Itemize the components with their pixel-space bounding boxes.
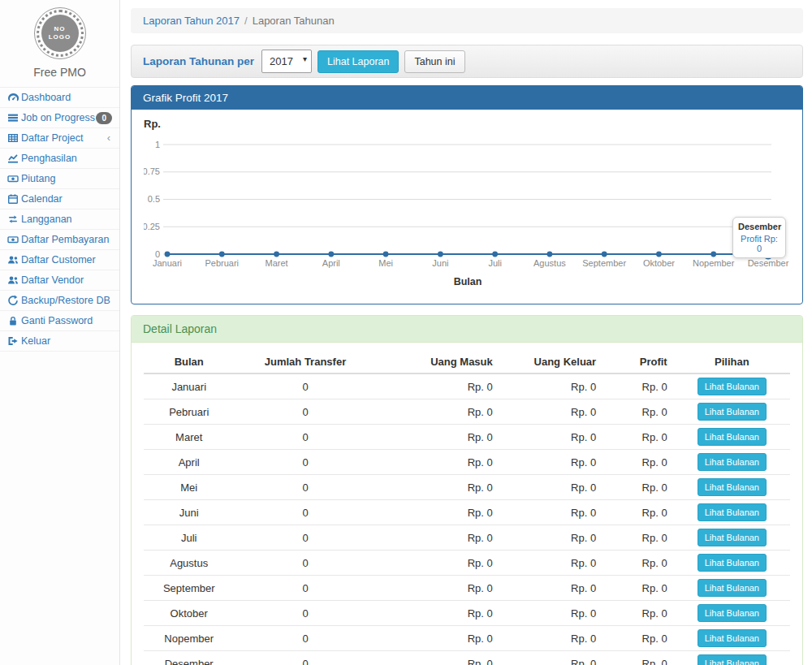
lihat-bulanan-button[interactable]: Lihat Bulanan	[698, 529, 767, 546]
table-cell: Rp. 0	[377, 500, 499, 525]
detail-laporan-title: Detail Laporan	[132, 316, 802, 343]
sidebar-item-ganti-password[interactable]: Ganti Password	[0, 311, 119, 331]
main-content: Laporan Tahun 2017/Laporan Tahunan Lapor…	[120, 0, 812, 665]
sidebar-item-label: Daftar Customer	[21, 253, 112, 266]
action-cell: Lihat Bulanan	[674, 500, 790, 525]
table-cell: 0	[234, 601, 376, 626]
svg-text:Pebruari: Pebruari	[205, 258, 239, 268]
sidebar-item-dashboard[interactable]: Dashboard	[0, 88, 119, 108]
table-row: Maret0Rp. 0Rp. 0Rp. 0Lihat Bulanan	[144, 425, 790, 450]
lihat-bulanan-button[interactable]: Lihat Bulanan	[698, 453, 767, 471]
svg-text:Bulan: Bulan	[454, 276, 482, 287]
action-cell: Lihat Bulanan	[674, 450, 790, 475]
svg-text:Mei: Mei	[378, 258, 393, 268]
sidebar-item-langganan[interactable]: Langganan	[0, 209, 119, 230]
action-cell: Lihat Bulanan	[674, 651, 790, 665]
lihat-bulanan-button[interactable]: Lihat Bulanan	[698, 554, 767, 572]
table-cell: Rp. 0	[377, 576, 499, 601]
sidebar-item-daftar-pembayaran[interactable]: Daftar Pembayaran	[0, 230, 119, 250]
action-cell: Lihat Bulanan	[674, 551, 790, 576]
table-cell: Januari	[144, 374, 234, 399]
money-icon	[7, 234, 19, 245]
lihat-bulanan-button[interactable]: Lihat Bulanan	[698, 503, 767, 521]
table-cell: 0	[234, 374, 376, 399]
table-cell: 0	[234, 551, 376, 576]
svg-text:April: April	[322, 258, 340, 268]
svg-text:Oktober: Oktober	[643, 258, 675, 268]
table-row: Nopember0Rp. 0Rp. 0Rp. 0Lihat Bulanan	[144, 626, 790, 651]
year-select-wrap: 2017	[261, 50, 312, 73]
profit-chart-body: Rp. 00.250.50.751JanuariPebruariMaretApr…	[132, 110, 802, 304]
svg-text:0.5: 0.5	[148, 194, 160, 204]
table-cell: 0	[234, 500, 376, 525]
table-cell: 0	[234, 576, 376, 601]
sidebar-item-backup-restore-db[interactable]: Backup/Restore DB	[0, 291, 119, 311]
breadcrumb-link-laporan-tahun[interactable]: Laporan Tahun 2017	[143, 15, 240, 27]
sidebar-item-piutang[interactable]: Piutang	[0, 169, 119, 189]
retweet-icon	[7, 214, 19, 225]
lihat-bulanan-button[interactable]: Lihat Bulanan	[698, 478, 767, 496]
table-cell: Oktober	[144, 601, 234, 626]
table-row: Januari0Rp. 0Rp. 0Rp. 0Lihat Bulanan	[144, 374, 790, 399]
table-cell: Rp. 0	[603, 601, 674, 626]
year-filter-bar: Laporan Tahunan per 2017 Lihat Laporan T…	[131, 45, 803, 78]
sidebar-item-keluar[interactable]: Keluar	[0, 331, 119, 352]
svg-text:Juni: Juni	[432, 258, 448, 268]
lihat-bulanan-button[interactable]: Lihat Bulanan	[698, 428, 767, 446]
sidebar-item-daftar-vendor[interactable]: Daftar Vendor	[0, 270, 119, 291]
lihat-bulanan-button[interactable]: Lihat Bulanan	[698, 378, 767, 395]
sidebar-item-daftar-customer[interactable]: Daftar Customer	[0, 250, 119, 270]
brand: NO LOGO Free PMO	[0, 0, 119, 88]
table-cell: 0	[234, 475, 376, 500]
table-cell: Rp. 0	[377, 475, 499, 500]
chevron-left-icon: ‹	[107, 132, 112, 145]
table-row: September0Rp. 0Rp. 0Rp. 0Lihat Bulanan	[144, 576, 790, 601]
table-cell: Rp. 0	[603, 399, 674, 425]
svg-text:0.75: 0.75	[144, 166, 160, 176]
table-cell: Rp. 0	[603, 450, 674, 475]
lihat-bulanan-button[interactable]: Lihat Bulanan	[698, 604, 767, 622]
lihat-bulanan-button[interactable]: Lihat Bulanan	[698, 629, 767, 647]
svg-text:Januari: Januari	[153, 258, 182, 268]
lihat-laporan-button[interactable]: Lihat Laporan	[317, 50, 399, 73]
sidebar-item-calendar[interactable]: Calendar	[0, 189, 119, 209]
table-cell: Rp. 0	[603, 651, 674, 665]
table-cell: Rp. 0	[603, 626, 674, 651]
year-select[interactable]: 2017	[261, 50, 312, 73]
detail-laporan-body: BulanJumlah TransferUang MasukUang Kelua…	[132, 343, 802, 665]
sidebar-item-label: Daftar Project	[21, 132, 107, 145]
lock-icon	[7, 315, 19, 326]
tahun-ini-button[interactable]: Tahun ini	[404, 50, 464, 73]
lihat-bulanan-button[interactable]: Lihat Bulanan	[698, 403, 767, 421]
chart-tooltip-title: Desember	[738, 222, 780, 231]
sidebar-item-label: Daftar Vendor	[21, 274, 112, 287]
line-chart-icon	[7, 153, 19, 164]
profit-line-chart: 00.250.50.751JanuariPebruariMaretAprilMe…	[144, 132, 790, 293]
action-cell: Lihat Bulanan	[674, 601, 790, 626]
table-cell: Juni	[144, 500, 234, 525]
logo-text-line1: NO	[54, 25, 66, 33]
action-cell: Lihat Bulanan	[674, 374, 790, 399]
progress-count-badge: 0	[96, 112, 112, 124]
action-cell: Lihat Bulanan	[674, 525, 790, 551]
table-cell: Rp. 0	[603, 500, 674, 525]
table-cell: Rp. 0	[377, 551, 499, 576]
table-cell: Rp. 0	[603, 576, 674, 601]
table-cell: Maret	[144, 425, 234, 450]
profit-chart-panel-title: Grafik Profit 2017	[132, 86, 802, 110]
table-cell: September	[144, 576, 234, 601]
sidebar-item-penghasilan[interactable]: Penghasilan	[0, 149, 119, 169]
svg-text:Maret: Maret	[265, 258, 287, 268]
table-cell: 0	[234, 525, 376, 551]
action-cell: Lihat Bulanan	[674, 425, 790, 450]
sidebar-item-job-on-progress[interactable]: Job on Progress0	[0, 108, 119, 128]
logo-text-line2: LOGO	[49, 33, 71, 41]
sidebar-item-daftar-project[interactable]: Daftar Project‹	[0, 128, 119, 149]
lihat-bulanan-button[interactable]: Lihat Bulanan	[698, 579, 767, 597]
lihat-bulanan-button[interactable]: Lihat Bulanan	[698, 654, 767, 665]
table-cell: Rp. 0	[377, 525, 499, 551]
report-table: BulanJumlah TransferUang MasukUang Kelua…	[144, 351, 790, 665]
sidebar-item-label: Job on Progress	[21, 111, 96, 124]
users-icon	[7, 254, 19, 266]
table-cell: Rp. 0	[377, 626, 499, 651]
